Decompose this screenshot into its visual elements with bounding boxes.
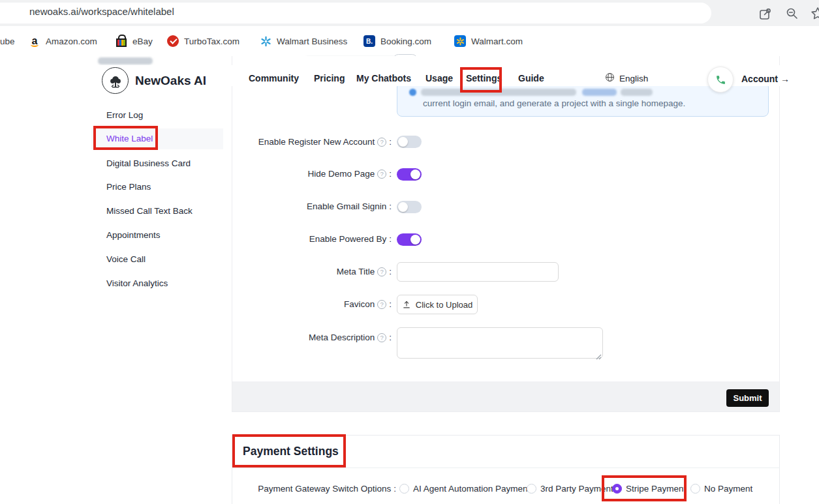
bookmark-label: Walmart.com [471, 37, 523, 46]
toggle-enable-register[interactable] [397, 136, 422, 148]
bookmark-walmart[interactable]: Walmart.com [454, 26, 523, 56]
toggle-gmail-signin[interactable] [397, 201, 422, 213]
info-banner-text: current login email, and generate a proj… [423, 98, 685, 108]
label-favicon: Favicon ? : [158, 299, 392, 309]
label-payment-gateway-options: Payment Gateway Switch Options : [161, 484, 396, 494]
bookmark-label: Walmart Business [277, 37, 347, 46]
sidebar-item-voice-call[interactable]: Voice Call [106, 254, 146, 264]
nav-my-chatbots[interactable]: My Chatbots [356, 73, 411, 83]
bookmark-label: TurboTax.com [184, 37, 240, 46]
sidebar-item-appointments[interactable]: Appointments [106, 230, 161, 240]
label-meta-title: Meta Title ? : [158, 267, 392, 276]
radio-label-stripe-payment[interactable]: Stripe Payment [626, 484, 686, 494]
label-meta-description: Meta Description ? : [158, 333, 392, 342]
bookmark-label: eBay [132, 37, 153, 46]
redacted-text-blur [421, 89, 576, 96]
language-label: English [619, 74, 648, 83]
submit-button[interactable]: Submit [726, 389, 769, 407]
bookmark-amazon[interactable]: a Amazon.com [29, 26, 97, 56]
nav-settings[interactable]: Settings [466, 73, 502, 83]
help-icon[interactable]: ? [377, 267, 386, 276]
radio-label-3rd-party-payment[interactable]: 3rd Party Payment [540, 484, 613, 494]
radio-3rd-party-payment[interactable] [527, 484, 536, 494]
ebay-icon [116, 38, 127, 47]
walmart-square-icon [454, 35, 466, 47]
nav-usage[interactable]: Usage [425, 73, 453, 83]
sidebar-item-white-label[interactable]: White Label [106, 134, 153, 143]
nav-guide[interactable]: Guide [518, 73, 544, 83]
label-enable-register: Enable Register New Account ? : [158, 137, 392, 147]
url-text[interactable]: newoaks.ai/workspace/whitelabel [29, 6, 174, 17]
call-button[interactable] [707, 67, 734, 93]
account-link[interactable]: Account → [741, 74, 790, 84]
upload-icon [402, 300, 411, 309]
radio-label-ai-agent-automation-payment[interactable]: AI Agent Automation Payment [413, 484, 530, 494]
bookmark-label: ube [0, 37, 15, 46]
amazon-icon: a [29, 35, 40, 47]
toggle-powered-by[interactable] [397, 233, 422, 246]
turbotax-icon [167, 35, 179, 47]
radio-stripe-payment[interactable] [612, 484, 622, 494]
booking-icon: B. [363, 35, 375, 47]
resize-handle-icon[interactable] [595, 351, 602, 357]
favorites-star-icon[interactable] [810, 6, 819, 22]
sidebar-item-price-plans[interactable]: Price Plans [106, 182, 151, 192]
radio-label-no-payment[interactable]: No Payment [704, 484, 752, 494]
toggle-hide-demo-page[interactable] [397, 168, 422, 181]
redacted-text-blur [621, 89, 653, 96]
help-icon[interactable]: ? [377, 170, 386, 179]
bookmark-booking[interactable]: B. Booking.com [363, 26, 431, 56]
browser-toolbar: newoaks.ai/workspace/whitelabel [0, 0, 819, 26]
globe-icon [605, 72, 615, 84]
phone-icon [715, 74, 726, 85]
bookmark-walmart-business[interactable]: Walmart Business [260, 26, 347, 56]
payment-settings-title: Payment Settings [243, 445, 339, 458]
info-icon [409, 89, 416, 96]
bookmark-label: Amazon.com [46, 37, 97, 46]
bookmarks-bar: ube a Amazon.com eBay TurboTax.com Walma… [0, 26, 819, 56]
help-icon[interactable]: ? [377, 300, 386, 309]
label-enable-powered-by: Enable Powered By : [158, 234, 392, 244]
bookmark-youtube-partial[interactable]: ube [0, 26, 15, 56]
redacted-link-blur [582, 89, 617, 96]
walmart-spark-icon [260, 35, 271, 47]
divider [232, 467, 780, 468]
label-hide-demo-page: Hide Demo Page ? : [158, 169, 392, 179]
bookmark-label: Booking.com [380, 37, 431, 46]
zoom-out-icon[interactable] [784, 6, 800, 22]
favicon-upload-button[interactable]: Click to Upload [397, 295, 478, 314]
radio-ai-agent-automation-payment[interactable] [399, 484, 409, 494]
language-selector[interactable]: English [605, 72, 648, 84]
sidebar-item-visitor-analytics[interactable]: Visitor Analytics [106, 278, 168, 288]
newoaks-tree-icon [102, 67, 129, 94]
meta-description-textarea[interactable] [397, 327, 603, 359]
nav-community[interactable]: Community [249, 73, 299, 83]
bookmark-ebay[interactable]: eBay [116, 26, 153, 56]
nav-pricing[interactable]: Pricing [314, 73, 345, 83]
upload-label: Click to Upload [416, 300, 472, 310]
meta-title-input[interactable] [397, 262, 559, 282]
sidebar-item-error-log[interactable]: Error Log [106, 110, 143, 120]
radio-no-payment[interactable] [690, 484, 700, 494]
help-icon[interactable]: ? [377, 138, 386, 147]
form-footer [232, 381, 779, 411]
bookmark-turbotax[interactable]: TurboTax.com [167, 26, 240, 56]
share-icon[interactable] [758, 6, 773, 22]
sidebar-item-digital-business-card[interactable]: Digital Business Card [106, 158, 191, 168]
brand-logo[interactable]: NewOaks AI [102, 67, 206, 94]
brand-name: NewOaks AI [135, 74, 206, 88]
redacted-text-blur [98, 57, 153, 65]
label-enable-gmail-signin: Enable Gmail Signin : [158, 201, 392, 211]
help-icon[interactable]: ? [377, 333, 386, 342]
